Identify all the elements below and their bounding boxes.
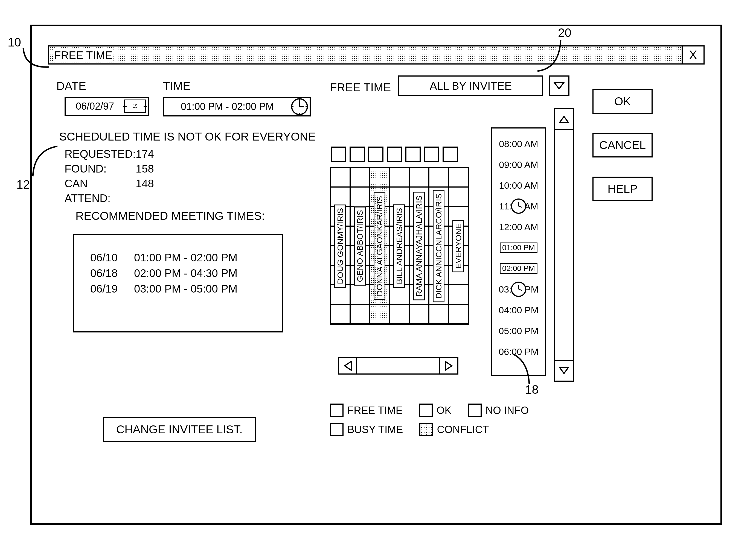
can-attend-value: 148 (136, 176, 163, 205)
calendar-icon[interactable]: 15 (124, 100, 146, 113)
invitee-name: GENO ABBOT/IRIS (355, 206, 365, 285)
date-label: DATE (56, 80, 86, 93)
date-field[interactable]: 06/02/97 15 (65, 97, 149, 116)
grid-cell[interactable] (390, 285, 409, 305)
grid-cell[interactable] (331, 305, 350, 324)
free-time-label: FREE TIME (330, 81, 391, 94)
grid-cell[interactable] (390, 168, 409, 187)
list-item[interactable]: 06/1903:00 PM - 05:00 PM (90, 283, 274, 295)
grid-cell[interactable] (429, 305, 448, 324)
grid-hscroll[interactable] (338, 357, 459, 375)
dropdown-arrow-button[interactable] (549, 76, 570, 96)
grid-cell[interactable] (331, 187, 350, 207)
list-item[interactable]: 06/1001:00 PM - 02:00 PM (90, 252, 274, 264)
invitee-column[interactable]: GENO ABBOT/IRIS (351, 168, 370, 324)
grid-cell[interactable] (331, 168, 350, 187)
clock-icon[interactable]: L (290, 98, 308, 116)
grid-cell[interactable] (351, 305, 369, 324)
date-value: 06/02/97 (66, 101, 124, 112)
window-frame: FREE TIME X DATE TIME 06/02/97 15 01:00 … (30, 25, 722, 525)
list-item[interactable]: 06/1802:00 PM - 04:30 PM (90, 267, 274, 279)
invitee-column[interactable]: DONNA ALGAONKAR/IRIS (370, 168, 390, 324)
invitee-checkbox[interactable] (368, 147, 383, 162)
vscroll-track[interactable] (554, 130, 574, 360)
view-mode-dropdown[interactable]: ALL BY INVITEE (398, 76, 543, 96)
chevron-down-icon (553, 82, 564, 90)
requested-value: 174 (136, 147, 163, 161)
time-slot[interactable]: 11:00 AML (495, 196, 543, 217)
chevron-right-icon (445, 361, 453, 371)
scroll-left-button[interactable] (338, 357, 357, 375)
grid-cell[interactable] (351, 187, 369, 207)
invitee-checkbox[interactable] (387, 147, 402, 162)
invitee-column[interactable]: DICK ANNICCNLARCO/IRIS (429, 168, 449, 324)
invitee-checkbox[interactable] (424, 147, 439, 162)
window-title: FREE TIME (49, 46, 681, 63)
time-slot[interactable]: 12:00 AM (495, 217, 543, 237)
recommended-list[interactable]: 06/1001:00 PM - 02:00 PM 06/1802:00 PM -… (73, 234, 283, 332)
time-field[interactable]: 01:00 PM - 02:00 PM L (163, 97, 311, 117)
legend-no-info: NO INFO (468, 404, 529, 417)
status-message: SCHEDULED TIME IS NOT OK FOR EVERYONE (59, 130, 316, 143)
time-label: TIME (163, 80, 191, 93)
grid-cell[interactable] (390, 305, 409, 324)
close-button[interactable]: X (681, 46, 704, 63)
availability-grid-wrap: DOUG GONMY/IRISGENO ABBOT/IRISDONNA ALGA… (330, 147, 472, 325)
legend-busy-time: BUSY TIME (330, 423, 403, 436)
invitee-column[interactable]: EVERYONE (449, 168, 468, 324)
time-slot[interactable]: 03:00 PML (495, 279, 543, 300)
grid-cell[interactable] (410, 168, 428, 187)
invitee-column[interactable]: RAMA ANNAYAJHALA/IRIS (410, 168, 429, 324)
help-button[interactable]: HELP (593, 177, 653, 201)
time-value: 01:00 PM - 02:00 PM (164, 101, 290, 112)
time-axis: 08:00 AM09:00 AM10:00 AM11:00 AML12:00 A… (491, 127, 546, 376)
time-slot[interactable]: 05:00 PM (495, 320, 543, 341)
invitee-column[interactable]: DOUG GONMY/IRIS (331, 168, 351, 324)
time-slot[interactable]: 09:00 AM (495, 154, 543, 175)
grid-cell[interactable] (370, 168, 389, 187)
time-slot[interactable]: 08:00 AM (495, 133, 543, 154)
change-invitee-button[interactable]: CHANGE INVITEE LIST. (103, 417, 256, 442)
time-slot[interactable]: 02:00 PM (495, 258, 543, 279)
found-value: 158 (136, 161, 163, 176)
time-slot[interactable]: 01:00 PM (495, 237, 543, 258)
grid-cell[interactable] (351, 285, 369, 305)
grid-cell[interactable] (429, 168, 448, 187)
ok-button[interactable]: OK (593, 89, 653, 114)
svg-text:L: L (518, 285, 519, 288)
time-slot[interactable]: 06:00 PM (495, 341, 543, 362)
legend-ok: OK (419, 404, 452, 417)
invitee-checkbox[interactable] (405, 147, 421, 162)
clock-icon: L (510, 281, 527, 297)
grid-cell[interactable] (331, 285, 350, 305)
grid-cell[interactable] (370, 305, 389, 324)
can-attend-label: CAN ATTEND: (65, 176, 136, 205)
invitee-checkbox[interactable] (350, 147, 365, 162)
svg-marker-20 (559, 368, 569, 374)
svg-marker-9 (345, 362, 351, 370)
grid-cell[interactable] (449, 168, 468, 187)
time-slot[interactable]: 04:00 PM (495, 300, 543, 320)
grid-cell[interactable] (449, 187, 468, 207)
scroll-down-button[interactable] (554, 360, 574, 382)
invitee-column[interactable]: BILL ANDREAS/IRIS (390, 168, 410, 324)
invitee-checkbox[interactable] (331, 147, 346, 162)
grid-cell[interactable] (449, 285, 468, 305)
invitee-checkbox[interactable] (443, 147, 458, 162)
availability-grid[interactable]: DOUG GONMY/IRISGENO ABBOT/IRISDONNA ALGA… (330, 167, 469, 325)
time-slot[interactable]: 10:00 AM (495, 175, 543, 196)
svg-marker-19 (559, 117, 569, 123)
scroll-up-button[interactable] (554, 108, 574, 130)
grid-cell[interactable] (410, 305, 428, 324)
grid-cell[interactable] (449, 305, 468, 324)
clock-icon: L (510, 198, 527, 214)
chevron-down-icon (559, 367, 569, 375)
grid-cell[interactable] (390, 187, 409, 207)
cancel-button[interactable]: CANCEL (593, 133, 653, 157)
grid-vscroll[interactable] (554, 108, 574, 382)
invitee-name: DOUG GONMY/IRIS (336, 204, 345, 288)
grid-cell[interactable] (351, 168, 369, 187)
scroll-right-button[interactable] (439, 357, 459, 375)
stats-block: REQUESTED:174 FOUND:158 CAN ATTEND:148 (65, 147, 163, 205)
hscroll-track[interactable] (357, 357, 439, 375)
